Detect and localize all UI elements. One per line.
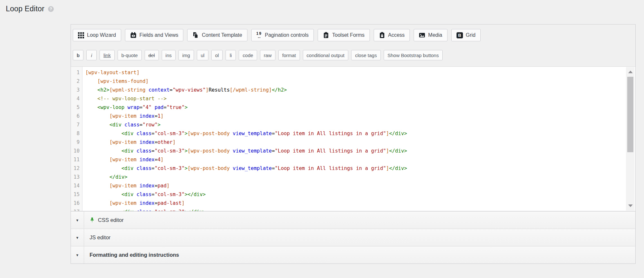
code-token [85, 148, 121, 154]
content-template-button[interactable]: Content Template [187, 29, 247, 41]
code-text: <div class="col-sm-3">[wpv-post-body vie… [82, 164, 407, 173]
toolset-forms-button[interactable]: Toolset Forms [318, 29, 370, 41]
code-line: 11 [wpv-item index=4] [71, 155, 635, 164]
code-token: "4" [142, 104, 151, 110]
quicktag-format-button[interactable]: format [278, 50, 300, 60]
code-token: pad [158, 183, 167, 189]
code-line: 12 <div class="col-sm-3">[wpv-post-body … [71, 164, 635, 173]
access-button[interactable]: Access [374, 29, 410, 41]
quicktag-ul-button[interactable]: ul [197, 50, 208, 60]
code-token [133, 148, 136, 154]
code-token [121, 122, 124, 128]
formatting-instructions-section-header[interactable]: ▼ Formatting and editing instructions [71, 246, 635, 263]
fields-and-views-button[interactable]: Fields and Views [125, 29, 184, 41]
line-number: 1 [71, 68, 82, 77]
code-token: ></div> [185, 192, 206, 197]
code-text: <div class="row"> [82, 121, 160, 129]
page-title: Loop Editor [6, 5, 44, 13]
chevron-down-icon[interactable]: ▼ [71, 212, 84, 229]
quicktag-ins-button[interactable]: ins [162, 50, 176, 60]
code-token: "Loop item in All listings in a grid" [275, 131, 386, 136]
code-token: ] [160, 157, 163, 163]
code-token [85, 139, 110, 145]
code-token: "Loop item in All listings in a grid" [275, 148, 386, 154]
code-token: index [139, 113, 155, 119]
code-token: > [185, 165, 187, 171]
code-token [85, 131, 121, 136]
content-template-icon [192, 32, 199, 38]
chevron-down-icon[interactable]: ▼ [71, 246, 84, 263]
loop-wizard-button[interactable]: Loop Wizard [73, 29, 121, 41]
toolset-forms-icon [323, 32, 329, 38]
code-token: <wpv-loop [97, 104, 124, 110]
css-editor-section-header[interactable]: ▼ CSS editor [71, 211, 635, 229]
code-token: ] [173, 139, 176, 145]
code-token [85, 96, 97, 102]
code-token: [wpv-post-body [187, 165, 230, 171]
quicktag-code-button[interactable]: code [239, 50, 257, 60]
quicktag-li-button[interactable]: li [226, 50, 236, 60]
loop-output-code-editor[interactable]: 1[wpv-layout-start]2 [wpv-items-found]3 … [71, 66, 635, 211]
quicktag-img-button[interactable]: img [178, 50, 194, 60]
code-token: ] [386, 131, 389, 136]
editor-toolbar: Loop Wizard Fields and Views Content Tem… [73, 29, 633, 41]
pagination-controls-button[interactable]: 19 ↔ Pagination controls [251, 29, 314, 41]
code-text: [wpv-layout-start] [82, 68, 139, 77]
quicktag-close-tags-button[interactable]: close tags [351, 50, 381, 60]
code-token: <div [121, 192, 133, 197]
grid-icon [78, 32, 84, 38]
js-editor-section-header[interactable]: ▼ JS editor [71, 229, 635, 246]
code-token: [/wpml-string] [230, 87, 272, 93]
code-token [85, 104, 97, 110]
quicktag-ol-button[interactable]: ol [211, 50, 223, 60]
scroll-up-arrow-icon[interactable] [628, 71, 633, 73]
code-token [85, 113, 110, 119]
code-token: = [155, 200, 158, 206]
quicktag-bquote-button[interactable]: b-quote [118, 50, 142, 60]
scrollbar-thumb[interactable] [627, 77, 633, 152]
quicktag-raw-button[interactable]: raw [260, 50, 275, 60]
code-text: [wpv-item index=other] [82, 138, 176, 147]
code-token: > [185, 148, 187, 154]
code-token: <div [121, 131, 133, 136]
code-token: = [139, 104, 142, 110]
quicktag-conditional-output-button[interactable]: conditional output [303, 50, 349, 60]
code-token [85, 78, 97, 84]
grid-button[interactable]: B Grid [451, 29, 481, 41]
code-token: ] [386, 165, 389, 171]
code-text: [wpv-item index=pad] [82, 182, 169, 190]
code-token: [wpv-items-found] [97, 78, 149, 84]
button-label: Grid [466, 32, 476, 38]
code-line: 8 <div class="col-sm-3">[wpv-post-body v… [71, 129, 635, 138]
section-label: Formatting and editing instructions [90, 252, 179, 258]
quicktag-italic-button[interactable]: i [86, 50, 97, 60]
code-line: 5 <wpv-loop wrap="4" pad="true"> [71, 103, 635, 112]
code-text: [wpv-item index=1] [82, 112, 164, 121]
code-text: [wpv-items-found] [82, 77, 149, 86]
line-number: 13 [71, 173, 82, 182]
code-line: 10 <div class="col-sm-3">[wpv-post-body … [71, 147, 635, 155]
code-token [124, 104, 127, 110]
code-token: = [155, 139, 158, 145]
chevron-down-icon[interactable]: ▼ [71, 229, 84, 246]
code-text: [wpv-item index=4] [82, 155, 164, 164]
line-number: 4 [71, 94, 82, 103]
show-bootstrap-buttons-button[interactable]: Show Bootstrap buttons [384, 50, 443, 60]
code-token: <div [121, 148, 133, 154]
quicktag-del-button[interactable]: del [145, 50, 159, 60]
quicktag-link-button[interactable]: link [100, 50, 115, 60]
editor-vertical-scrollbar[interactable] [626, 67, 635, 211]
code-token: [wpv-item [110, 113, 137, 119]
help-icon[interactable]: ? [48, 6, 54, 12]
code-token: view_template [233, 131, 272, 136]
quicktag-bold-button[interactable]: b [73, 50, 83, 60]
code-token: = [151, 131, 154, 136]
media-button[interactable]: Media [414, 29, 447, 41]
code-line: 15 <div class="col-sm-3"></div> [71, 190, 635, 199]
scroll-down-arrow-icon[interactable] [628, 204, 633, 207]
code-text: <wpv-loop wrap="4" pad="true"> [82, 103, 187, 112]
code-token: [wpv-item [110, 183, 137, 189]
code-text: [wpv-item index=pad-last] [82, 199, 185, 208]
code-line: 16 [wpv-item index=pad-last] [71, 199, 635, 208]
code-token: index [139, 183, 155, 189]
